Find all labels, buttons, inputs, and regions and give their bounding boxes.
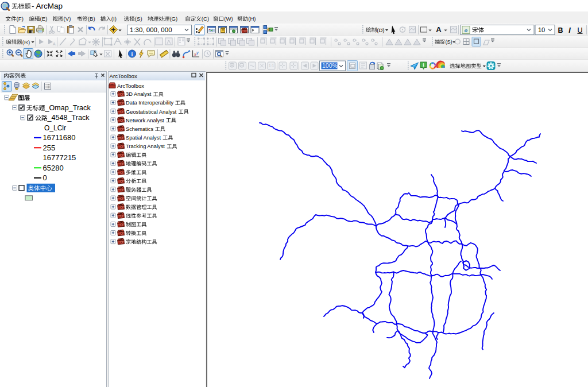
svg-text:O_LClr: O_LClr: [44, 124, 66, 132]
svg-text:16777215: 16777215: [43, 153, 76, 162]
svg-text:Data Interoperability: Data Interoperability: [126, 100, 174, 106]
svg-text:255: 255: [43, 144, 56, 152]
svg-text:(V): (V): [64, 16, 71, 22]
svg-text:1:30, 000, 000: 1:30, 000, 000: [130, 26, 172, 33]
svg-text:65280: 65280: [43, 164, 64, 172]
svg-text:Network Analyst: Network Analyst: [126, 118, 164, 123]
svg-text:Schematics: Schematics: [126, 126, 153, 132]
svg-text:16711680: 16711680: [43, 133, 76, 142]
svg-text:(E): (E): [40, 16, 48, 22]
svg-text:(B): (B): [88, 16, 95, 22]
svg-text:o: o: [465, 26, 468, 33]
svg-text:0: 0: [43, 173, 47, 182]
svg-text:100%: 100%: [322, 62, 338, 69]
svg-text:(H): (H): [248, 16, 256, 22]
svg-text:ArcToolbox: ArcToolbox: [117, 83, 144, 89]
svg-text:_4548_Track: _4548_Track: [47, 114, 90, 122]
svg-text:1:1: 1:1: [269, 64, 274, 68]
svg-text:(F): (F): [17, 16, 24, 22]
svg-text:(R): (R): [22, 39, 30, 45]
svg-text:10: 10: [538, 26, 545, 33]
svg-text:(S): (S): [135, 16, 142, 22]
svg-text:_Omap_Track: _Omap_Track: [44, 104, 91, 112]
svg-text:3D Analyst: 3D Analyst: [126, 91, 152, 97]
svg-text:- ArcMap: - ArcMap: [32, 2, 63, 10]
svg-text:U: U: [577, 26, 582, 34]
svg-text:Geostatistical Analyst: Geostatistical Analyst: [126, 109, 177, 115]
svg-text:B: B: [558, 26, 563, 34]
svg-text:(G): (G): [169, 16, 177, 22]
svg-text:A: A: [53, 42, 56, 46]
svg-text:i: i: [131, 51, 133, 57]
svg-text:Spatial Analyst: Spatial Analyst: [126, 135, 161, 141]
svg-text:A: A: [436, 25, 442, 34]
svg-text:(C): (C): [202, 16, 209, 22]
svg-text:Tracking Analyst: Tracking Analyst: [126, 144, 165, 149]
svg-text:I: I: [568, 26, 571, 34]
svg-text:(S): (S): [445, 39, 452, 45]
svg-text:ArcToolbox: ArcToolbox: [110, 73, 138, 79]
svg-text:(D): (D): [377, 27, 384, 33]
svg-text:(W): (W): [224, 16, 233, 22]
svg-text:y: y: [196, 50, 199, 55]
svg-text:(I): (I): [111, 16, 117, 22]
